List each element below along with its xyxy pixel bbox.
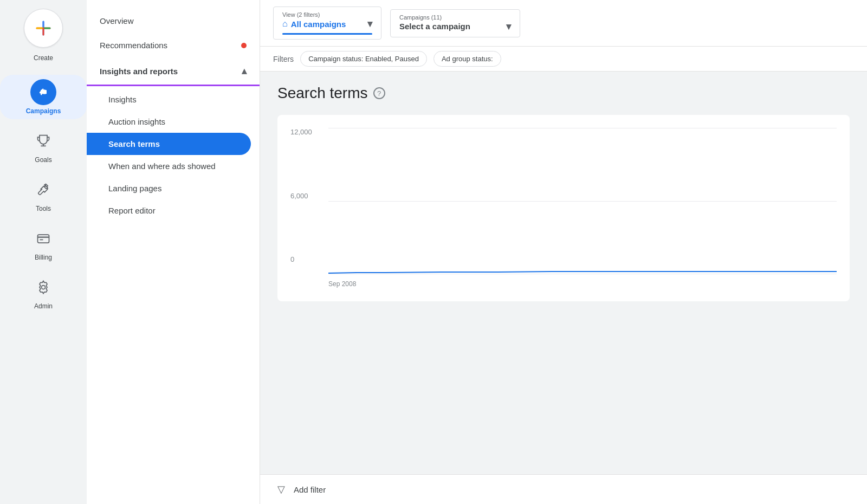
sidebar-item-tools[interactable]: Tools bbox=[0, 172, 87, 217]
view-dropdown-top-label: View (2 filters) bbox=[282, 11, 320, 18]
sidebar-item-campaigns[interactable]: Campaigns bbox=[0, 75, 87, 119]
x-axis-label: Sep 2008 bbox=[328, 279, 837, 288]
y-label-0: 0 bbox=[290, 255, 312, 263]
gear-icon bbox=[36, 280, 51, 295]
svg-point-12 bbox=[42, 286, 46, 289]
sidebar-item-admin[interactable]: Admin bbox=[0, 270, 87, 314]
nav-landing-pages[interactable]: Landing pages bbox=[87, 177, 260, 199]
svg-point-6 bbox=[41, 92, 42, 93]
filter-bar: Filters Campaign status: Enabled, Paused… bbox=[260, 47, 867, 72]
svg-rect-9 bbox=[38, 235, 49, 243]
campaign-dropdown[interactable]: Campaigns (11) Select a campaign ▾ bbox=[390, 9, 520, 37]
billing-icon-wrap bbox=[30, 225, 56, 251]
content-area: Search terms ? 12,000 6,000 0 bbox=[260, 72, 867, 474]
active-indicator bbox=[282, 33, 372, 35]
nav-recommendations[interactable]: Recommendations bbox=[87, 33, 260, 57]
campaigns-label: Campaigns bbox=[26, 107, 61, 115]
create-button[interactable]: Create bbox=[24, 9, 63, 62]
create-label: Create bbox=[34, 54, 53, 62]
chevron-down-icon-campaign: ▾ bbox=[506, 21, 511, 33]
chart-area bbox=[328, 128, 837, 274]
chevron-down-icon: ▾ bbox=[367, 18, 372, 30]
admin-label: Admin bbox=[34, 302, 53, 310]
view-dropdown-value: ⌂ All campaigns ▾ bbox=[282, 18, 372, 30]
campaign-dropdown-value: Select a campaign ▾ bbox=[399, 21, 511, 33]
campaigns-icon-wrap bbox=[30, 79, 56, 105]
view-dropdown[interactable]: View (2 filters) ⌂ All campaigns ▾ bbox=[273, 7, 381, 40]
page-title-row: Search terms ? bbox=[277, 85, 850, 102]
billing-label: Billing bbox=[35, 254, 52, 261]
notification-dot bbox=[241, 43, 247, 48]
campaign-dropdown-top-label: Campaigns (11) bbox=[399, 14, 442, 21]
tools-icon bbox=[36, 182, 51, 197]
nav-search-terms[interactable]: Search terms bbox=[87, 133, 251, 155]
tools-label: Tools bbox=[36, 205, 51, 212]
goals-label: Goals bbox=[35, 156, 51, 164]
chart-svg bbox=[328, 128, 837, 274]
filter-chip-campaign-status[interactable]: Campaign status: Enabled, Paused bbox=[300, 51, 427, 67]
page-title: Search terms bbox=[277, 85, 368, 102]
admin-icon-wrap bbox=[30, 274, 56, 300]
nav-insights[interactable]: Insights bbox=[87, 88, 260, 111]
y-axis-labels: 12,000 6,000 0 bbox=[290, 128, 312, 263]
nav-section-insights-reports[interactable]: Insights and reports ▴ bbox=[87, 57, 260, 86]
icon-sidebar: Create Campaigns Goals bbox=[0, 0, 87, 504]
top-bar: View (2 filters) ⌂ All campaigns ▾ Campa… bbox=[260, 0, 867, 47]
nav-sidebar: Overview Recommendations Insights and re… bbox=[87, 0, 260, 504]
goals-icon-wrap bbox=[30, 128, 56, 154]
home-icon: ⌂ bbox=[282, 19, 288, 29]
y-label-6000: 6,000 bbox=[290, 192, 312, 200]
filters-label: Filters bbox=[273, 55, 294, 63]
sidebar-item-goals[interactable]: Goals bbox=[0, 124, 87, 168]
nav-when-where[interactable]: When and where ads showed bbox=[87, 155, 260, 177]
billing-icon bbox=[36, 231, 51, 246]
chevron-up-icon: ▴ bbox=[242, 65, 247, 77]
nav-overview[interactable]: Overview bbox=[87, 9, 260, 33]
tools-icon-wrap bbox=[30, 177, 56, 203]
add-filter-text: Add filter bbox=[294, 485, 326, 494]
nav-auction-insights[interactable]: Auction insights bbox=[87, 111, 260, 133]
nav-report-editor[interactable]: Report editor bbox=[87, 199, 260, 222]
filter-funnel-icon: ▽ bbox=[277, 483, 285, 495]
create-icon-button[interactable] bbox=[24, 9, 63, 48]
chart-container: 12,000 6,000 0 Sep 2008 bbox=[277, 115, 850, 301]
filter-chip-ad-group-status[interactable]: Ad group status: bbox=[434, 51, 501, 67]
main-content: View (2 filters) ⌂ All campaigns ▾ Campa… bbox=[260, 0, 867, 504]
y-label-12000: 12,000 bbox=[290, 128, 312, 136]
plus-icon bbox=[35, 20, 52, 37]
x-label-sep2008: Sep 2008 bbox=[328, 280, 356, 288]
megaphone-icon bbox=[37, 86, 50, 99]
sidebar-item-billing[interactable]: Billing bbox=[0, 221, 87, 266]
add-filter-bar[interactable]: ▽ Add filter bbox=[260, 474, 867, 504]
trophy-icon bbox=[36, 133, 51, 148]
help-icon[interactable]: ? bbox=[373, 87, 385, 99]
